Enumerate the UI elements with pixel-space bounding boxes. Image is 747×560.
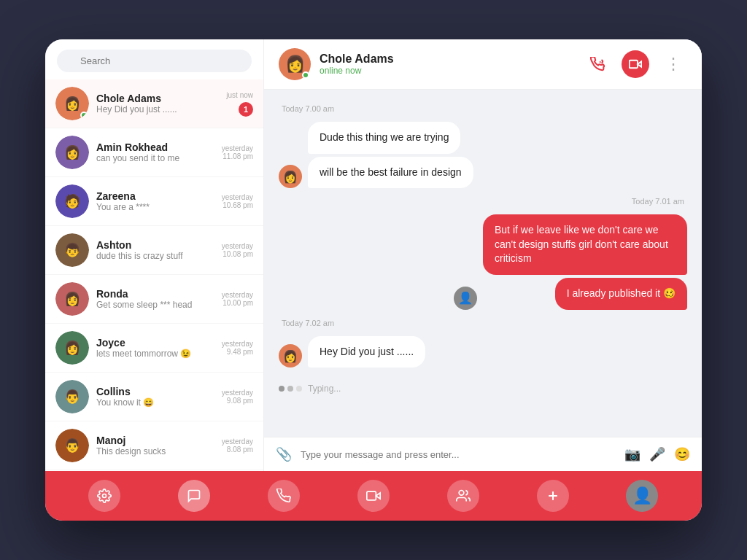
contact-info: Ronda Get some sleep *** head: [96, 288, 214, 310]
contact-preview: dude this is crazy stuff: [96, 251, 214, 261]
typing-indicator: Typing...: [279, 376, 687, 401]
contact-name: Zareena: [96, 190, 214, 202]
people-nav-button[interactable]: [447, 480, 479, 512]
message-avatar: 👩: [279, 344, 302, 368]
contact-info: Amin Rokhead can you send it to me: [96, 141, 214, 163]
chat-status: online now: [320, 66, 575, 76]
phone-nav-button[interactable]: [268, 480, 300, 512]
contact-info: Manoj This design sucks: [96, 435, 214, 456]
emoji-button[interactable]: 😊: [674, 446, 690, 462]
contact-avatar: 👩: [55, 282, 89, 316]
contact-avatar: 👦: [55, 233, 89, 267]
online-indicator: [302, 71, 309, 79]
message-avatar: 👩: [279, 165, 302, 188]
contact-name: Ronda: [96, 288, 214, 300]
contact-name: Joyce: [96, 337, 214, 349]
chat-header-info: Chole Adams online now: [320, 52, 575, 76]
bottom-navigation: 👤: [45, 471, 702, 521]
message-timestamp: Today 7.02 am: [279, 319, 687, 327]
contact-item-ashton[interactable]: 👦 Ashton dude this is crazy stuff yester…: [45, 226, 263, 275]
contact-time: yesterday10.08 pm: [222, 242, 253, 258]
call-button[interactable]: [584, 50, 611, 78]
contact-preview: can you send it to me: [96, 153, 214, 163]
contact-name: Chole Adams: [96, 93, 219, 104]
contact-meta: just now 1: [226, 91, 253, 117]
chat-area: 👩 Chole Adams online now: [264, 39, 702, 471]
svg-rect-1: [630, 61, 638, 69]
contact-info: Chole Adams Hey Did you just ......: [96, 93, 219, 114]
message-timestamp: Today 7.01 am: [279, 197, 687, 206]
contact-info: Zareena You are a ****: [96, 190, 214, 212]
contact-preview: You know it 😄: [96, 397, 214, 408]
camera-button[interactable]: 📷: [624, 446, 640, 462]
contact-time: yesterday10.00 pm: [222, 291, 253, 307]
search-input[interactable]: [57, 50, 252, 72]
svg-rect-4: [367, 491, 376, 500]
contact-name: Amin Rokhead: [96, 141, 214, 153]
contact-name: Collins: [96, 386, 214, 397]
contact-item-ronda[interactable]: 👩 Ronda Get some sleep *** head yesterda…: [45, 275, 263, 324]
message-bubble-group: Hey Did you just ......: [308, 336, 425, 368]
add-nav-button[interactable]: [537, 480, 569, 512]
more-options-button[interactable]: ⋮: [659, 50, 687, 78]
contact-meta: yesterday10.08 pm: [222, 242, 253, 258]
svg-marker-3: [376, 493, 380, 499]
contact-preview: This design sucks: [96, 446, 214, 456]
messages-area: Today 7.00 am👩Dude this thing we are try…: [264, 90, 702, 437]
contact-preview: Get some sleep *** head: [96, 300, 214, 310]
contact-item-amin-rokhead[interactable]: 👩 Amin Rokhead can you send it to me yes…: [45, 128, 263, 177]
contact-info: Joyce lets meet tommorrow 😉: [96, 337, 214, 359]
svg-point-5: [459, 491, 464, 496]
contact-avatar: 👨: [55, 429, 89, 462]
message-row: 👩Dude this thing we are tryingwill be th…: [279, 122, 687, 188]
contact-time: yesterday9.08 pm: [222, 389, 253, 405]
contact-time: just now: [226, 91, 253, 99]
message-row: But if we leave like we don't care we ca…: [279, 214, 687, 309]
microphone-button[interactable]: 🎤: [649, 446, 665, 462]
contact-meta: yesterday9.48 pm: [222, 340, 253, 356]
video-nav-button[interactable]: [357, 480, 390, 512]
contact-item-joyce[interactable]: 👩 Joyce lets meet tommorrow 😉 yesterday9…: [45, 324, 263, 373]
contact-avatar: 👩: [55, 87, 89, 120]
contact-preview: You are a ****: [96, 202, 214, 212]
sidebar: 👩 Chole Adams Hey Did you just ...... ju…: [45, 39, 264, 471]
chat-nav-button[interactable]: [178, 480, 210, 512]
contact-avatar: 👩: [55, 331, 89, 365]
contact-meta: yesterday9.08 pm: [222, 389, 253, 405]
contact-meta: yesterday10.68 pm: [222, 193, 253, 209]
typing-text: Typing...: [308, 384, 341, 394]
message-row: 👩Hey Did you just ......: [279, 336, 687, 368]
video-call-button[interactable]: [622, 50, 649, 78]
contact-meta: yesterday8.08 pm: [222, 438, 253, 454]
contact-item-zareena[interactable]: 🧑 Zareena You are a **** yesterday10.68 …: [45, 177, 263, 226]
message-bubble-group: Dude this thing we are tryingwill be the…: [308, 122, 473, 188]
main-content: 👩 Chole Adams Hey Did you just ...... ju…: [45, 39, 702, 471]
input-actions: 📷 🎤 😊: [624, 446, 690, 462]
message-bubble: But if we leave like we don't care we ca…: [483, 214, 687, 275]
message-bubble: Hey Did you just ......: [308, 336, 425, 368]
search-wrapper: [57, 50, 252, 72]
user-avatar-nav[interactable]: 👤: [626, 480, 658, 512]
contact-time: yesterday11.08 pm: [222, 144, 253, 160]
typing-dots: [279, 386, 302, 392]
contact-info: Collins You know it 😄: [96, 386, 214, 408]
message-bubble: will be the best failure in design: [308, 157, 473, 189]
chat-header-actions: ⋮: [584, 50, 687, 78]
contact-item-chole-adams[interactable]: 👩 Chole Adams Hey Did you just ...... ju…: [45, 79, 263, 128]
app-container: 👩 Chole Adams Hey Did you just ...... ju…: [45, 39, 702, 521]
contact-item-collins[interactable]: 👨 Collins You know it 😄 yesterday9.08 pm: [45, 373, 263, 421]
message-timestamp: Today 7.00 am: [279, 104, 687, 113]
contact-item-manoj[interactable]: 👨 Manoj This design sucks yesterday8.08 …: [45, 421, 263, 470]
message-bubble: I already published it 🥴: [555, 278, 687, 310]
message-input[interactable]: [301, 449, 616, 460]
settings-nav-button[interactable]: [88, 480, 120, 512]
contact-info: Ashton dude this is crazy stuff: [96, 239, 214, 261]
message-bubble-group: But if we leave like we don't care we ca…: [483, 214, 687, 309]
contact-meta: yesterday11.08 pm: [222, 144, 253, 160]
attach-button[interactable]: 📎: [276, 446, 292, 462]
contact-time: yesterday10.68 pm: [222, 193, 253, 209]
input-area: 📎 📷 🎤 😊: [264, 437, 702, 471]
contact-avatar: 🧑: [55, 184, 89, 218]
contact-meta: yesterday10.00 pm: [222, 291, 253, 307]
contact-name: Manoj: [96, 435, 214, 446]
